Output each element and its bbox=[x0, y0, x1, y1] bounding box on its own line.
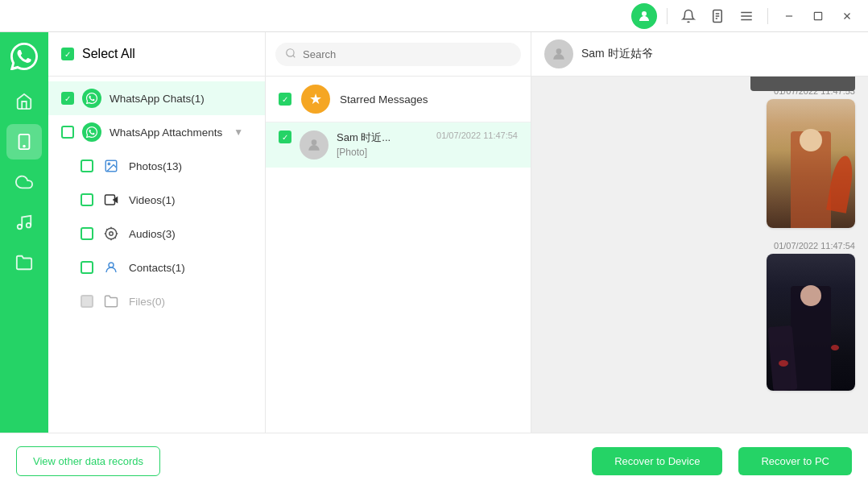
minimize-button[interactable] bbox=[778, 5, 800, 27]
restore-button[interactable] bbox=[807, 5, 829, 27]
menu-icon[interactable] bbox=[735, 5, 758, 27]
title-bar bbox=[0, 0, 868, 32]
chat-messages: 01/07/2022 11:47:53 01/07/2022 11:47:54 bbox=[531, 77, 868, 433]
svg-point-15 bbox=[27, 223, 31, 228]
files-icon bbox=[101, 292, 121, 311]
top-bar-decoration bbox=[750, 77, 855, 91]
sidebar-item-contacts[interactable]: Contacts(1) bbox=[48, 251, 265, 284]
search-input-wrap[interactable] bbox=[275, 43, 521, 66]
title-bar-icons bbox=[631, 3, 858, 29]
chat-header: Sam 时近姑爷 bbox=[531, 32, 868, 77]
chat-contact-avatar bbox=[544, 39, 573, 68]
close-button[interactable] bbox=[836, 5, 858, 27]
nav-music[interactable] bbox=[6, 205, 42, 240]
audios-checkbox[interactable] bbox=[81, 227, 93, 240]
select-all-label: Select All bbox=[82, 47, 135, 61]
starred-checkbox[interactable]: ✓ bbox=[279, 93, 291, 106]
whatsapp-chats-label: WhatsApp Chats(1) bbox=[110, 93, 205, 105]
recover-to-pc-button[interactable]: Recover to PC bbox=[738, 447, 852, 475]
sidebar-item-videos[interactable]: Videos(1) bbox=[48, 183, 265, 217]
svg-point-21 bbox=[109, 263, 114, 267]
files-label: Files(0) bbox=[129, 296, 165, 308]
bottom-bar: View other data records Recover to Devic… bbox=[0, 433, 868, 489]
svg-point-22 bbox=[287, 48, 294, 56]
files-checkbox[interactable] bbox=[81, 295, 93, 308]
message-list: ✓ ★ Starred Messages ✓ Sam 时近... [Photo]… bbox=[266, 32, 531, 433]
main-container: ✓ Select All ✓ WhatsApp Chats(1) bbox=[0, 32, 868, 433]
contacts-checkbox[interactable] bbox=[81, 261, 93, 274]
svg-point-20 bbox=[110, 232, 114, 236]
svg-line-23 bbox=[293, 55, 296, 57]
search-icon bbox=[285, 48, 296, 61]
attachments-label: WhatsApp Attachments bbox=[110, 126, 222, 139]
msg-sender-name: Sam 时近... bbox=[337, 131, 428, 145]
msg-group-2: 01/07/2022 11:47:54 bbox=[544, 241, 855, 391]
chat-contact-name: Sam 时近姑爷 bbox=[581, 47, 653, 61]
attachments-icon bbox=[82, 122, 101, 142]
document-icon[interactable] bbox=[706, 5, 729, 27]
audios-label: Audios(3) bbox=[129, 228, 176, 240]
msg-timestamp-2: 01/07/2022 11:47:54 bbox=[774, 241, 855, 251]
svg-point-17 bbox=[108, 163, 110, 164]
contacts-icon bbox=[101, 258, 121, 277]
msg-checkbox[interactable]: ✓ bbox=[279, 131, 291, 143]
nav-device[interactable] bbox=[6, 124, 42, 160]
svg-marker-19 bbox=[114, 197, 118, 202]
sidebar: ✓ Select All ✓ WhatsApp Chats(1) bbox=[48, 32, 266, 433]
nav-cloud[interactable] bbox=[6, 164, 42, 200]
check-mark: ✓ bbox=[64, 50, 72, 58]
msg-avatar bbox=[300, 131, 329, 160]
sidebar-item-whatsapp-chats[interactable]: ✓ WhatsApp Chats(1) bbox=[48, 81, 265, 115]
recover-to-device-button[interactable]: Recover to Device bbox=[592, 447, 722, 475]
msg-group-1: 01/07/2022 11:47:53 bbox=[544, 86, 855, 228]
bell-icon[interactable] bbox=[677, 5, 700, 27]
app-logo bbox=[8, 40, 40, 73]
photos-icon bbox=[101, 156, 121, 176]
whatsapp-chats-checkbox[interactable]: ✓ bbox=[61, 92, 74, 105]
star-icon: ★ bbox=[301, 85, 330, 114]
whatsapp-chats-icon bbox=[82, 89, 101, 108]
sidebar-header[interactable]: ✓ Select All bbox=[48, 32, 265, 77]
photos-checkbox[interactable] bbox=[81, 160, 93, 172]
nav-folder[interactable] bbox=[6, 245, 42, 280]
msg-content: Sam 时近... [Photo] bbox=[337, 131, 428, 158]
svg-rect-9 bbox=[814, 12, 821, 19]
divider bbox=[667, 8, 668, 24]
search-bar bbox=[266, 32, 531, 77]
videos-icon bbox=[101, 190, 121, 209]
sidebar-item-files[interactable]: Files(0) bbox=[48, 284, 265, 318]
starred-messages-item[interactable]: ✓ ★ Starred Messages bbox=[266, 77, 531, 122]
select-all-checkbox[interactable]: ✓ bbox=[61, 48, 74, 60]
attachments-checkbox[interactable] bbox=[61, 126, 74, 139]
svg-point-14 bbox=[18, 225, 23, 230]
user-avatar-icon[interactable] bbox=[631, 3, 657, 29]
sidebar-item-audios[interactable]: Audios(3) bbox=[48, 217, 265, 251]
sidebar-item-photos[interactable]: Photos(13) bbox=[48, 149, 265, 183]
starred-label: Starred Messages bbox=[340, 93, 428, 106]
divider2 bbox=[767, 8, 768, 24]
videos-label: Videos(1) bbox=[129, 194, 176, 206]
msg-time: 01/07/2022 11:47:54 bbox=[436, 131, 518, 140]
videos-checkbox[interactable] bbox=[81, 193, 93, 206]
contacts-label: Contacts(1) bbox=[129, 262, 185, 274]
sidebar-item-list: ✓ WhatsApp Chats(1) WhatsApp Attachments… bbox=[48, 77, 265, 433]
audios-icon bbox=[101, 224, 121, 243]
nav-home[interactable] bbox=[6, 84, 42, 119]
svg-point-0 bbox=[642, 11, 647, 16]
msg-image-1 bbox=[767, 99, 855, 228]
attachments-arrow: ▼ bbox=[234, 126, 243, 138]
svg-point-13 bbox=[23, 146, 25, 147]
svg-point-24 bbox=[312, 139, 317, 145]
view-other-data-button[interactable]: View other data records bbox=[16, 446, 160, 476]
message-item[interactable]: ✓ Sam 时近... [Photo] 01/07/2022 11:47:54 bbox=[266, 122, 531, 168]
photos-label: Photos(13) bbox=[129, 160, 182, 172]
svg-point-25 bbox=[556, 48, 562, 54]
sidebar-item-whatsapp-attachments[interactable]: WhatsApp Attachments ▼ bbox=[48, 115, 265, 149]
msg-preview: [Photo] bbox=[337, 147, 428, 158]
chat-view: Sam 时近姑爷 01/07/2022 11:47:53 bbox=[531, 32, 868, 433]
search-input[interactable] bbox=[303, 48, 511, 60]
msg-image-2 bbox=[767, 254, 855, 391]
left-nav bbox=[0, 32, 48, 433]
